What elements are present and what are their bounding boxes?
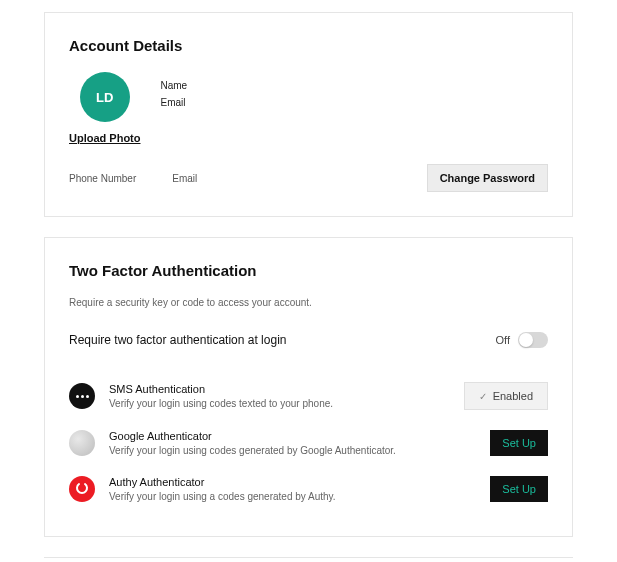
two-factor-subtitle: Require a security key or code to access… xyxy=(69,297,548,308)
name-label: Name xyxy=(161,80,188,91)
profile-row: LD Upload Photo Name Email xyxy=(69,72,548,144)
method-desc-sms: Verify your login using codes texted to … xyxy=(109,398,450,409)
email-label: Email xyxy=(161,97,188,108)
two-factor-title: Two Factor Authentication xyxy=(69,262,548,279)
authy-icon xyxy=(69,476,95,502)
toggle-knob xyxy=(519,333,533,347)
account-details-title: Account Details xyxy=(69,37,548,54)
account-details-card: Account Details LD Upload Photo Name Ema… xyxy=(44,12,573,217)
two-factor-card: Two Factor Authentication Require a secu… xyxy=(44,237,573,537)
fields-row: Phone Number Email Change Password xyxy=(69,164,548,192)
authy-setup-button[interactable]: Set Up xyxy=(490,476,548,502)
method-name-google: Google Authenticator xyxy=(109,430,476,442)
check-icon: ✓ xyxy=(479,391,487,402)
method-desc-authy: Verify your login using a codes generate… xyxy=(109,491,476,502)
avatar-initials: LD xyxy=(96,90,113,105)
method-desc-google: Verify your login using codes generated … xyxy=(109,445,476,456)
authy-swirl-icon xyxy=(74,481,90,497)
method-row-authy: Authy Authenticator Verify your login us… xyxy=(69,466,548,512)
avatar-column: LD Upload Photo xyxy=(69,72,141,144)
bottom-divider xyxy=(44,557,573,558)
method-name-sms: SMS Authentication xyxy=(109,383,450,395)
upload-photo-link[interactable]: Upload Photo xyxy=(69,132,141,144)
require-2fa-toggle[interactable] xyxy=(518,332,548,348)
method-name-authy: Authy Authenticator xyxy=(109,476,476,488)
google-setup-button[interactable]: Set Up xyxy=(490,430,548,456)
sms-enabled-badge: ✓ Enabled xyxy=(464,382,548,410)
email-field-label: Email xyxy=(172,173,197,184)
enabled-label: Enabled xyxy=(493,390,533,402)
sms-icon xyxy=(69,383,95,409)
method-row-sms: SMS Authentication Verify your login usi… xyxy=(69,372,548,420)
change-password-button[interactable]: Change Password xyxy=(427,164,548,192)
require-2fa-row: Require two factor authentication at log… xyxy=(69,332,548,348)
name-email-block: Name Email xyxy=(161,72,188,108)
google-authenticator-icon xyxy=(69,430,95,456)
require-2fa-label: Require two factor authentication at log… xyxy=(69,333,286,347)
method-row-google: Google Authenticator Verify your login u… xyxy=(69,420,548,466)
phone-field-label: Phone Number xyxy=(69,173,136,184)
avatar: LD xyxy=(80,72,130,122)
toggle-state-text: Off xyxy=(496,334,510,346)
